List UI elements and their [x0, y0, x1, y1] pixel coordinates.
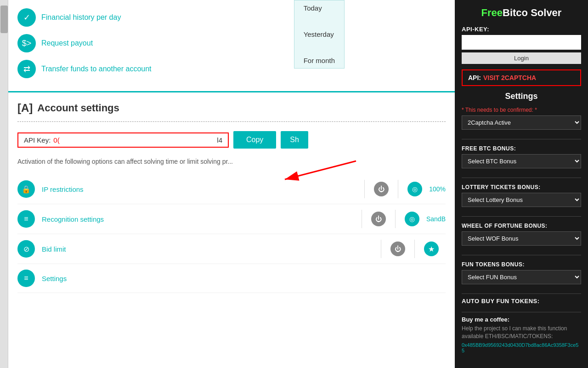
payout-icon: $> [17, 34, 36, 52]
date-filter-month[interactable]: For month [304, 57, 335, 64]
settings-row-bid: ⊘ Bid limit ⏻ ★ [17, 234, 446, 264]
star-icon-bid: ★ [424, 242, 439, 256]
section-title: [A] Account settings [17, 102, 446, 115]
target-icon-recognition: ◎ [405, 212, 419, 226]
row-divider-3 [362, 210, 362, 228]
settings-row-ip: 🔒 IP restrictions ⏻ ◎ 100% [17, 174, 446, 204]
wof-label: WHEEL OF FORTUNE BONUS: [462, 223, 581, 229]
needs-confirm-text: * This needs to be confirmed: * [462, 107, 581, 113]
buy-coffee-label: Buy me a coffee: [462, 316, 581, 323]
bid-limit-icon: ⊘ [17, 240, 35, 258]
copy-button[interactable]: Copy [233, 131, 276, 149]
wof-select[interactable]: Select WOF Bonus WOF Bonus 1 [462, 231, 581, 246]
sidebar-title: FreeBitco Solver [462, 7, 581, 19]
lottery-label: LOTTERY TICKETS BONUS: [462, 184, 581, 190]
login-button[interactable]: Login [462, 52, 581, 64]
menu-item-financial: ✓ Financial history per day [17, 5, 446, 30]
row-divider-4 [395, 210, 396, 228]
scrollbar-thumb[interactable] [0, 6, 8, 33]
payout-link[interactable]: Request payout [41, 39, 93, 47]
sidebar-divider-1 [462, 139, 581, 139]
settings-row-recognition: ≡ Recognition settings ⏻ ◎ SandB [17, 204, 446, 234]
auto-buy-label: AUTO BUY FUN TOKENS: [462, 298, 581, 305]
transfer-icon: ⇄ [17, 60, 36, 78]
captcha-select[interactable]: 2Captcha Active 2Captcha Inactive [462, 115, 581, 130]
buy-coffee-desc: Help the project so I can make this func… [462, 325, 581, 340]
date-filter-yesterday[interactable]: Yesterday [304, 30, 335, 38]
api-key-row: API Key: 0( l4 Copy Sh [17, 131, 446, 149]
bid-limit-link[interactable]: Bid limit [42, 245, 372, 253]
menu-item-transfer: ⇄ Transfer funds to another account [17, 56, 446, 82]
settings-row-settings: ≡ Settings [17, 264, 446, 293]
sidebar-title-bitco: Bitco [503, 7, 528, 18]
scrollbar[interactable] [0, 0, 8, 368]
api-key-sidebar-label: API-KEY: [462, 26, 581, 33]
top-menu-section: ✓ Financial history per day $> Request p… [8, 0, 455, 92]
api-key-end-value: l4 [217, 136, 222, 144]
percent-text-ip: 100% [429, 185, 446, 193]
sandbox-text: SandB [426, 215, 446, 223]
api-visit-label: API: [468, 74, 481, 81]
wallet-address: 0x485BB9d9569243d0430D7bd8ac86Ac9358F3ce… [462, 342, 581, 353]
date-filters: Today Yesterday For month [294, 0, 345, 69]
row-divider-6 [414, 240, 415, 258]
free-btc-select[interactable]: Select BTC Bonus BTC Bonus 1 BTC Bonus 2 [462, 154, 581, 168]
settings-list: 🔒 IP restrictions ⏻ ◎ 100% ≡ Recognition… [17, 174, 446, 293]
power-icon-bid[interactable]: ⏻ [390, 242, 405, 256]
settings-item-link[interactable]: Settings [42, 275, 446, 282]
section-divider [17, 121, 446, 122]
row-divider-2 [398, 180, 398, 198]
sidebar-title-solver: Solver [528, 7, 561, 18]
sidebar-divider-3 [462, 216, 581, 217]
sidebar: FreeBitco Solver API-KEY: Login API: VIS… [455, 0, 588, 368]
recognition-link[interactable]: Recognition settings [42, 215, 352, 223]
sidebar-divider-5 [462, 293, 581, 294]
account-section: [A] Account settings API Key: 0( l4 Copy… [8, 92, 455, 368]
api-key-input[interactable] [462, 35, 581, 50]
settings-heading: Settings [462, 92, 581, 101]
api-visit-box: API: VISIT 2CAPTCHA [462, 69, 581, 86]
account-settings-title: Account settings [37, 102, 119, 114]
fun-select[interactable]: Select FUN Bonus FUN Bonus 1 [462, 270, 581, 284]
api-key-start-value: 0( [53, 136, 159, 144]
financial-history-link[interactable]: Financial history per day [41, 13, 121, 22]
settings-item-icon: ≡ [17, 270, 35, 287]
sidebar-title-free: Free [481, 7, 503, 18]
lottery-select[interactable]: Select Lottery Bonus Lottery Bonus 1 [462, 193, 581, 207]
row-divider-5 [381, 240, 381, 258]
power-icon-ip[interactable]: ⏻ [374, 182, 389, 196]
row-divider [364, 180, 365, 198]
transfer-link[interactable]: Transfer funds to another account [41, 65, 152, 73]
financial-history-icon: ✓ [17, 8, 36, 27]
show-button[interactable]: Sh [281, 131, 308, 149]
account-settings-icon: [A] [17, 102, 33, 115]
menu-item-payout: $> Request payout [17, 30, 446, 56]
target-icon-ip: ◎ [407, 182, 422, 196]
ip-restrictions-icon: 🔒 [17, 180, 35, 198]
free-btc-label: FREE BTC BONUS: [462, 145, 581, 152]
api-key-label: API Key: [24, 136, 51, 144]
api-key-box: API Key: 0( l4 [17, 132, 229, 148]
sidebar-divider-2 [462, 178, 581, 178]
sidebar-divider-4 [462, 255, 581, 255]
fun-label: FUN TOKENS BONUS: [462, 261, 581, 268]
activation-text: Activation of the following options can … [17, 158, 446, 165]
date-filter-today[interactable]: Today [304, 4, 335, 12]
recognition-icon: ≡ [17, 210, 35, 228]
power-icon-recognition[interactable]: ⏻ [371, 212, 386, 226]
sidebar-divider-6 [462, 312, 581, 312]
ip-restrictions-link[interactable]: IP restrictions [42, 185, 355, 193]
visit-2captcha-link[interactable]: VISIT 2CAPTCHA [483, 74, 536, 81]
api-key-dots [159, 136, 217, 144]
